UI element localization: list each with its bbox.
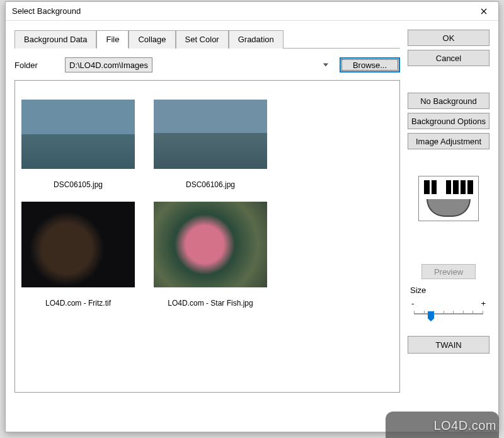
size-slider-group: - + xyxy=(408,299,490,322)
thumbnail-image xyxy=(154,100,267,169)
main-panel: Background Data File Collage Set Color G… xyxy=(14,30,400,393)
slider-marks: - + xyxy=(410,299,487,308)
no-background-button[interactable]: No Background xyxy=(408,93,490,109)
spacer xyxy=(408,153,490,172)
folder-select[interactable]: D:\LO4D.com\Images xyxy=(65,57,152,72)
thumbnail-image xyxy=(21,202,135,287)
size-minus: - xyxy=(411,299,414,308)
twain-button[interactable]: TWAIN xyxy=(408,336,490,354)
tab-background-data[interactable]: Background Data xyxy=(14,30,96,49)
thumbnail-grid: DSC06105.jpg DSC06106.jpg LO4D.com - Fri… xyxy=(21,87,393,308)
tab-bar: Background Data File Collage Set Color G… xyxy=(14,30,400,49)
preview-piano-icon xyxy=(424,180,473,194)
thumbnail-label: DSC06106.jpg xyxy=(186,180,235,189)
size-plus: + xyxy=(481,299,486,308)
tab-label: Set Color xyxy=(185,35,219,44)
tab-collage[interactable]: Collage xyxy=(129,30,175,49)
image-adjustment-button[interactable]: Image Adjustment xyxy=(408,133,490,149)
tab-label: File xyxy=(106,35,119,44)
cancel-button[interactable]: Cancel xyxy=(408,50,490,66)
window-title: Select Background xyxy=(12,6,81,16)
slider-line xyxy=(414,313,483,314)
dialog-window: Select Background Background Data File C… xyxy=(5,1,499,432)
watermark-text: LO4D.com xyxy=(433,418,496,433)
tab-label: Gradation xyxy=(238,35,274,44)
spacer xyxy=(408,70,490,89)
folder-label: Folder xyxy=(14,61,59,70)
folder-select-wrap: D:\LO4D.com\Images xyxy=(65,57,333,72)
preview-curve-icon xyxy=(427,199,471,217)
close-icon xyxy=(481,8,487,14)
side-panel: OK Cancel No Background Background Optio… xyxy=(408,30,490,393)
spacer xyxy=(408,225,490,260)
thumbnail-label: LO4D.com - Fritz.tif xyxy=(45,299,111,308)
ok-button[interactable]: OK xyxy=(408,30,490,46)
thumbnail-image xyxy=(21,100,135,169)
thumbnail-item[interactable]: DSC06106.jpg xyxy=(154,100,267,189)
size-slider[interactable] xyxy=(410,309,487,322)
tab-gradation[interactable]: Gradation xyxy=(229,30,284,49)
tab-set-color[interactable]: Set Color xyxy=(176,30,229,49)
slider-thumb[interactable] xyxy=(428,311,434,321)
tab-file[interactable]: File xyxy=(96,30,129,49)
thumbnail-item[interactable]: LO4D.com - Fritz.tif xyxy=(21,202,135,308)
thumbnail-label: DSC06105.jpg xyxy=(54,180,103,189)
thumbnail-label: LO4D.com - Star Fish.jpg xyxy=(168,299,253,308)
preview-button[interactable]: Preview xyxy=(421,264,476,279)
tab-label: Collage xyxy=(138,35,166,44)
thumbnail-item[interactable]: LO4D.com - Star Fish.jpg xyxy=(154,202,267,308)
titlebar: Select Background xyxy=(6,2,498,21)
browse-button[interactable]: Browse... xyxy=(340,57,400,72)
close-button[interactable] xyxy=(469,2,498,21)
preview-thumbnail xyxy=(418,176,479,221)
background-options-button[interactable]: Background Options xyxy=(408,113,490,129)
thumbnail-area[interactable]: DSC06105.jpg DSC06106.jpg LO4D.com - Fri… xyxy=(14,80,400,393)
tab-label: Background Data xyxy=(24,35,87,44)
folder-row: Folder D:\LO4D.com\Images Browse... xyxy=(14,57,400,72)
thumbnail-item[interactable]: DSC06105.jpg xyxy=(21,100,135,189)
size-label: Size xyxy=(410,285,490,295)
thumbnail-image xyxy=(154,202,267,287)
